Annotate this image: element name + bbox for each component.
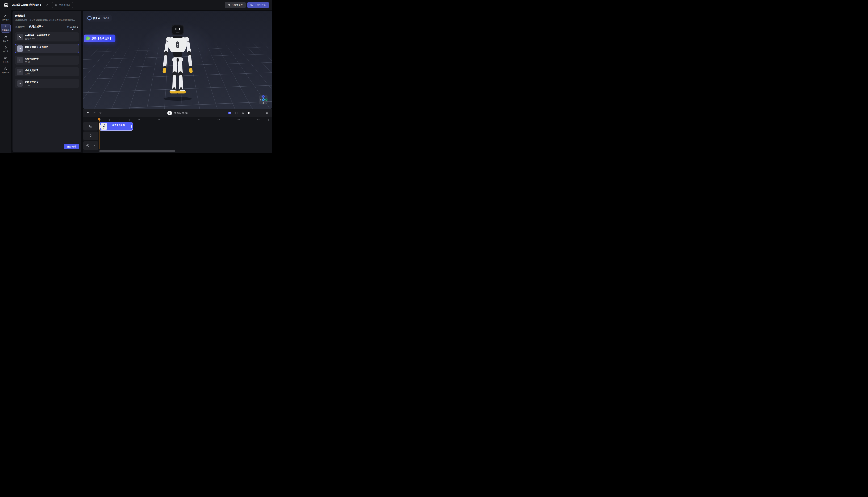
fit-to-width-button[interactable] — [234, 111, 239, 115]
undo-button[interactable] — [86, 111, 90, 115]
nav-my-tasks[interactable]: 我的任务 — [1, 66, 11, 75]
audio-item-selected[interactable]: 哈哈大笑声音-点击状态 00:03 — [15, 44, 79, 53]
ruler-tick — [249, 119, 249, 120]
nav-expression-library[interactable]: 表情库 — [1, 34, 11, 43]
redo-button[interactable] — [92, 111, 97, 115]
timeline-zoom-controls — [227, 111, 269, 115]
robot-face-icon — [4, 36, 8, 39]
timeline-toolbar: 00:00 / 00:30 — [83, 109, 272, 117]
nav-audio-arrange[interactable]: 音频编排 — [1, 24, 11, 33]
deploy-to-device-button[interactable]: 下发到设备 — [247, 2, 269, 8]
zoom-in-button[interactable] — [265, 111, 269, 115]
ruler-tick — [169, 119, 169, 120]
speaker-icon[interactable] — [92, 144, 96, 147]
svg-text:X: X — [266, 99, 267, 100]
timeline-play-button[interactable] — [167, 111, 172, 115]
step-number-badge: 1 — [86, 37, 90, 40]
tab-use-synth-material[interactable]: 使用合成素材 — [29, 25, 44, 30]
item-duration: 00:03 — [25, 49, 48, 52]
playhead-line — [99, 121, 99, 149]
play-button[interactable] — [17, 45, 23, 52]
ruler-label: 2f — [118, 118, 120, 120]
item-title: 哈哈大笑声音-点击状态 — [25, 46, 48, 49]
disc-icon[interactable] — [86, 144, 89, 147]
pencil-icon — [46, 4, 48, 6]
item-title: 哈哈大笑声音 — [25, 69, 39, 72]
fit-width-icon — [235, 111, 238, 115]
guide-tooltip-step1: 1 点击【合成语音】 — [84, 34, 115, 42]
chevron-right-icon — [76, 26, 79, 28]
timeline-ruler[interactable]: 0f 2f 4f 6f 8f 10f 12f 14f 16f — [83, 118, 272, 122]
zoom-out-button[interactable] — [241, 111, 246, 115]
ruler-tick — [189, 119, 189, 120]
guide-tooltip-text: 点击【合成语音】 — [92, 37, 112, 40]
play-icon — [19, 59, 21, 61]
panel-description: 通过音频处理，生成音频素材以及融合动作和表情的音频编排素材 — [15, 19, 79, 22]
redo-icon — [93, 111, 96, 115]
model-badge: 灵犀X2 青春版 — [86, 15, 112, 22]
face-track-icon[interactable] — [89, 124, 93, 128]
clip-thumbnail — [101, 123, 107, 130]
play-button[interactable] — [17, 57, 23, 63]
playhead[interactable] — [98, 118, 100, 149]
play-button[interactable] — [17, 80, 23, 87]
sparkle-icon — [17, 34, 23, 40]
guide-connector-horizontal — [74, 38, 84, 38]
item-title: 哈哈大笑声音 — [25, 57, 39, 60]
nav-motion-library[interactable]: 动作库 — [1, 45, 11, 54]
timeline-horizontal-scrollbar[interactable] — [99, 150, 175, 152]
clip-label: 超帅走路姿势 — [112, 124, 125, 127]
audio-item[interactable]: 哈哈大笑声音 00:03 — [15, 67, 79, 76]
app-logo-icon[interactable] — [3, 2, 9, 8]
play-icon — [19, 47, 21, 49]
project-title: A1机器人动作-我的项目1 — [12, 3, 41, 6]
audio-item[interactable]: 哈哈大笑声音 00:03 — [15, 79, 79, 88]
track-headers — [83, 122, 98, 151]
person-icon — [4, 46, 8, 49]
delete-clip-button[interactable] — [98, 111, 102, 115]
topbar-actions: 合成并保存 下发到设备 — [225, 2, 269, 8]
item-progress: 生成中 30% ... — [25, 38, 50, 40]
auto-fit-button[interactable] — [227, 111, 232, 115]
timeline-zoom-slider[interactable] — [248, 113, 262, 113]
robot-model[interactable] — [158, 22, 198, 101]
audio-track-header — [83, 141, 98, 150]
sparkles-icon — [4, 25, 8, 28]
file-status-button[interactable]: 文件未保存 — [52, 2, 73, 8]
timeline-clip-walk-pose[interactable]: 超帅走路姿势 — [99, 122, 133, 131]
walking-person-icon — [109, 124, 111, 126]
nav-label: 我的任务 — [2, 71, 10, 74]
ruler-label: 6f — [158, 118, 160, 120]
save-label: 合成并保存 — [232, 3, 243, 6]
panel-title: 音频编排 — [15, 14, 25, 17]
svg-text:Y: Y — [263, 99, 264, 100]
audio-item-generating[interactable]: 百年难得一见的练武奇才 生成中 30% ... — [15, 32, 79, 42]
item-title: 哈哈大笑声音 — [25, 81, 39, 84]
item-duration: 00:03 — [25, 61, 39, 63]
orientation-gizmo[interactable]: Z Y X — [259, 95, 267, 104]
ruler-label: 12f — [217, 118, 220, 120]
auto-fit-icon — [228, 111, 232, 115]
audio-item[interactable]: 哈哈大笑声音 00:03 — [15, 56, 79, 65]
save-button[interactable]: 合成并保存 — [225, 2, 246, 8]
zoom-in-icon — [265, 111, 268, 115]
undo-icon — [87, 111, 90, 115]
playhead-pin[interactable] — [98, 118, 100, 121]
start-arrange-button[interactable]: 开始编排 — [64, 144, 79, 149]
clip-trim-handle-right[interactable] — [131, 125, 132, 128]
person-track-icon[interactable] — [89, 134, 93, 138]
viewport-3d[interactable]: 灵犀X2 青春版 — [83, 11, 272, 109]
nav-label: 音频编排 — [2, 29, 10, 32]
tab-add-audio[interactable]: 添加音频 — [15, 25, 25, 30]
nav-motion-mimic[interactable]: 动作模仿 — [1, 13, 11, 22]
file-status-label: 文件未保存 — [59, 3, 70, 6]
item-duration: 00:03 — [25, 73, 39, 75]
ruler-label: 8f — [178, 118, 180, 120]
play-button[interactable] — [17, 69, 23, 75]
left-nav-rail: 动作模仿 音频编排 表情库 动作库 — [0, 10, 11, 153]
slider-handle[interactable] — [248, 112, 250, 114]
model-edition: 青春版 — [103, 17, 110, 20]
ruler-label: 10f — [197, 118, 200, 120]
nav-audio-library[interactable]: 音频库 — [1, 55, 11, 65]
rename-button[interactable] — [44, 2, 50, 8]
